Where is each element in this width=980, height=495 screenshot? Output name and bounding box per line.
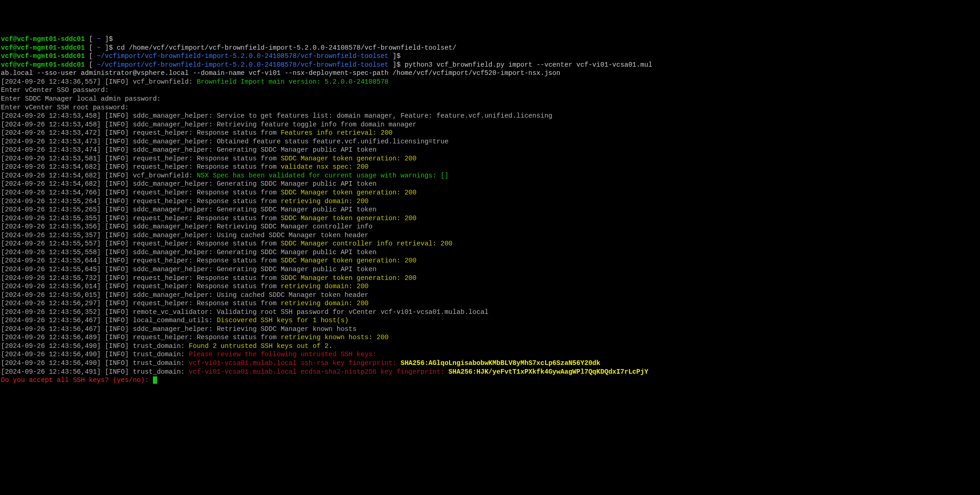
log-line: [2024-09-26 12:43:56,490] [INFO] trust_d…	[1, 350, 979, 359]
cwd-home: ~	[97, 35, 101, 43]
password-prompt-sso: Enter vCenter SSO password:	[1, 86, 979, 95]
log-line: [2024-09-26 12:43:55,356] [INFO] sddc_ma…	[1, 222, 979, 231]
log-line: [2024-09-26 12:43:36,557] [INFO] vcf_bro…	[1, 78, 979, 86]
prompt-line-4: vcf@vcf-mgmt01-sddc01 [ ~/vcfimport/vcf-…	[1, 61, 979, 69]
log-line: [2024-09-26 12:43:53,472] [INFO] request…	[1, 129, 979, 137]
log-line: [2024-09-26 12:43:55,265] [INFO] sddc_ma…	[1, 205, 979, 214]
log-line: [2024-09-26 12:43:56,467] [INFO] sddc_ma…	[1, 325, 979, 334]
log-line: [2024-09-26 12:43:56,015] [INFO] sddc_ma…	[1, 291, 979, 300]
log-line: [2024-09-26 12:43:54,682] [INFO] vcf_bro…	[1, 171, 979, 180]
log-line: [2024-09-26 12:43:56,014] [INFO] request…	[1, 282, 979, 291]
log-line: [2024-09-26 12:43:56,490] [INFO] trust_d…	[1, 359, 979, 368]
log-line: [2024-09-26 12:43:55,644] [INFO] request…	[1, 256, 979, 265]
ssh-accept-prompt[interactable]: Do you accept all SSH keys? (yes/no):	[1, 376, 979, 385]
log-line: [2024-09-26 12:43:55,264] [INFO] request…	[1, 197, 979, 206]
log-line: [2024-09-26 12:43:54,682] [INFO] request…	[1, 163, 979, 171]
log-line: [2024-09-26 12:43:55,557] [INFO] request…	[1, 239, 979, 248]
log-line: [2024-09-26 12:43:55,357] [INFO] sddc_ma…	[1, 231, 979, 240]
cwd-toolset: ~/vcfimport/vcf-brownfield-import-5.2.0.…	[97, 52, 389, 60]
password-prompt-ssh: Enter vCenter SSH root password:	[1, 103, 979, 112]
log-line: [2024-09-26 12:43:56,297] [INFO] request…	[1, 299, 979, 308]
prompt-line-2: vcf@vcf-mgmt01-sddc01 [ ~ ]$ cd /home/vc…	[1, 44, 979, 52]
cursor-icon	[153, 376, 157, 384]
cd-command: cd /home/vcf/vcfimport/vcf-brownfield-im…	[117, 44, 456, 51]
prompt-line-1: vcf@vcf-mgmt01-sddc01 [ ~ ]$	[1, 35, 979, 44]
log-line: [2024-09-26 12:43:53,474] [INFO] sddc_ma…	[1, 146, 979, 154]
user-host: vcf@vcf-mgmt01-sddc01	[1, 35, 85, 43]
log-line: [2024-09-26 12:43:56,467] [INFO] local_c…	[1, 316, 979, 325]
log-line: [2024-09-26 12:43:55,645] [INFO] sddc_ma…	[1, 265, 979, 274]
log-line: [2024-09-26 12:43:53,473] [INFO] sddc_ma…	[1, 137, 979, 146]
log-line: [2024-09-26 12:43:56,352] [INFO] remote_…	[1, 308, 979, 317]
password-prompt-sddc: Enter SDDC Manager local admin password:	[1, 95, 979, 103]
log-line: [2024-09-26 12:43:54,682] [INFO] sddc_ma…	[1, 180, 979, 188]
log-line: [2024-09-26 12:43:53,581] [INFO] request…	[1, 154, 979, 163]
python-command-part1: python3 vcf_brownfield.py import --vcent…	[405, 61, 653, 68]
log-line: [2024-09-26 12:43:55,732] [INFO] request…	[1, 274, 979, 283]
log-line: [2024-09-26 12:43:53,458] [INFO] sddc_ma…	[1, 120, 979, 129]
terminal-output[interactable]: vcf@vcf-mgmt01-sddc01 [ ~ ]$vcf@vcf-mgmt…	[1, 35, 979, 384]
log-line: [2024-09-26 12:43:56,489] [INFO] request…	[1, 333, 979, 342]
log-line: [2024-09-26 12:43:55,558] [INFO] sddc_ma…	[1, 248, 979, 257]
log-line: [2024-09-26 12:43:53,458] [INFO] sddc_ma…	[1, 112, 979, 120]
log-line: [2024-09-26 12:43:56,491] [INFO] trust_d…	[1, 368, 979, 376]
prompt-line-3: vcf@vcf-mgmt01-sddc01 [ ~/vcfimport/vcf-…	[1, 52, 979, 61]
log-line: [2024-09-26 12:43:56,490] [INFO] trust_d…	[1, 342, 979, 351]
log-line: [2024-09-26 12:43:55,355] [INFO] request…	[1, 214, 979, 223]
python-command-part2: ab.local --sso-user administrator@vspher…	[1, 69, 979, 78]
log-line: [2024-09-26 12:43:54,766] [INFO] request…	[1, 188, 979, 197]
